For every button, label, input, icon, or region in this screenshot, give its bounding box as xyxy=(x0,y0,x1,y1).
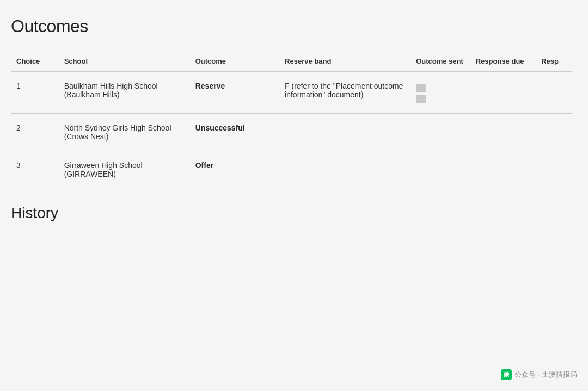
table-row: 3 Girraween High School (GIRRAWEEN) Offe… xyxy=(11,151,572,189)
outcomes-table: Choice School Outcome Reserve band Outco… xyxy=(11,53,572,188)
cell-school-1: Baulkham Hills High School (Baulkham Hil… xyxy=(59,71,190,114)
cell-reserve-band-1: F (refer to the "Placement outcome infor… xyxy=(279,71,411,114)
cell-resp-3 xyxy=(536,151,572,189)
col-header-reserve-band: Reserve band xyxy=(279,53,411,71)
cell-school-3: Girraween High School (GIRRAWEEN) xyxy=(59,151,190,189)
watermark-text: 公众号 · 土澳情报局 xyxy=(514,370,577,380)
cell-choice-1: 1 xyxy=(11,71,59,114)
cell-outcome-1: Reserve xyxy=(190,71,279,114)
outcome-sent-icons-1 xyxy=(416,84,465,103)
cell-response-due-2 xyxy=(470,114,536,151)
page-title: Outcomes xyxy=(11,16,572,36)
cell-resp-1 xyxy=(536,71,572,114)
cell-choice-2: 2 xyxy=(11,114,59,151)
outcome-value-3: Offer xyxy=(195,161,213,170)
col-header-resp: Resp xyxy=(536,53,572,71)
col-header-outcome: Outcome xyxy=(190,53,279,71)
watermark: 微 公众号 · 土澳情报局 xyxy=(501,369,577,380)
attachment-icon-2[interactable] xyxy=(416,95,426,103)
col-header-choice: Choice xyxy=(11,53,59,71)
cell-choice-3: 3 xyxy=(11,151,59,189)
cell-resp-2 xyxy=(536,114,572,151)
table-header-row: Choice School Outcome Reserve band Outco… xyxy=(11,53,572,71)
attachment-icon-1[interactable] xyxy=(416,84,426,92)
col-header-outcome-sent: Outcome sent xyxy=(411,53,470,71)
outcome-value-2: Unsuccessful xyxy=(195,123,245,132)
table-row: 1 Baulkham Hills High School (Baulkham H… xyxy=(11,71,572,114)
cell-outcome-2: Unsuccessful xyxy=(190,114,279,151)
page-container: Outcomes Choice School Outcome Reserve b… xyxy=(0,0,588,391)
col-header-response-due: Response due xyxy=(470,53,536,71)
history-title: History xyxy=(11,204,572,222)
outcome-value-1: Reserve xyxy=(195,82,225,90)
cell-outcome-sent-2 xyxy=(411,114,470,151)
table-row: 2 North Sydney Girls High School (Crows … xyxy=(11,114,572,151)
cell-reserve-band-3 xyxy=(279,151,411,189)
cell-outcome-sent-1 xyxy=(411,71,470,114)
cell-outcome-sent-3 xyxy=(411,151,470,189)
wechat-icon: 微 xyxy=(501,369,512,380)
cell-outcome-3: Offer xyxy=(190,151,279,189)
cell-school-2: North Sydney Girls High School (Crows Ne… xyxy=(59,114,190,151)
cell-response-due-3 xyxy=(470,151,536,189)
cell-reserve-band-2 xyxy=(279,114,411,151)
col-header-school: School xyxy=(59,53,190,71)
cell-response-due-1 xyxy=(470,71,536,114)
